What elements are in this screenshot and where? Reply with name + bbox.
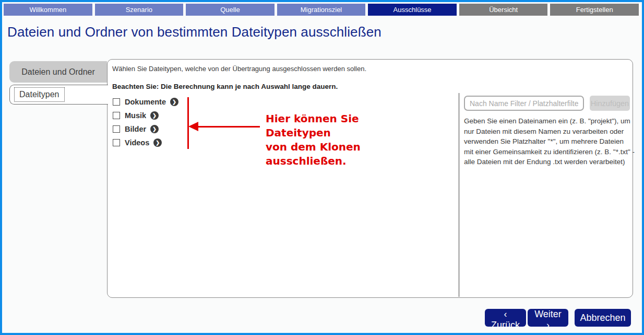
annotation-arrow-shaft [196,126,260,128]
file-type-label: Videos [125,138,149,147]
intro-text: Wählen Sie Dateitypen, welche von der Üb… [112,65,366,73]
vertical-divider [459,93,459,297]
wizard-tab-fertigstellen[interactable]: Fertigstellen [550,4,639,16]
expand-chevron-icon[interactable]: ❯ [153,138,162,147]
name-filter-input[interactable] [464,96,584,111]
wizard-window: WillkommenSzenarioQuelleMigrationszielAu… [0,0,644,335]
file-type-label: Dokumente [125,98,166,106]
sidetab-dateien-und-ordner[interactable]: Dateien und Ordner [9,61,107,83]
back-button[interactable]: ‹ Zurück [485,309,526,327]
sidetab-dateitypen[interactable]: Dateitypen [9,85,108,105]
file-type-row: Musik ❯ [113,109,178,122]
file-type-checkbox[interactable] [113,112,120,119]
content-panel: Wählen Sie Dateitypen, welche von der Üb… [107,59,633,298]
file-type-label: Bilder [125,125,146,133]
file-type-row: Dokumente ❯ [113,95,178,109]
wizard-tab-ausschlüsse[interactable]: Ausschlüsse [368,4,457,16]
file-type-label: Musik [125,111,146,120]
wizard-tab-willkommen[interactable]: Willkommen [4,4,92,16]
sidetab-label: Dateitypen [15,88,64,101]
notice-text: Beachten Sie: Die Berechnung kann je nac… [112,83,338,90]
expand-chevron-icon[interactable]: ❯ [150,125,159,133]
page-title: Dateien und Ordner von bestimmten Dateit… [7,24,381,40]
wizard-tab-quelle[interactable]: Quelle [186,4,275,16]
wizard-tab-migrationsziel[interactable]: Migrationsziel [277,4,366,16]
add-filter-button[interactable]: Hinzufügen [590,96,630,111]
filter-help-text: Geben Sie einen Dateinamen ein (z. B. "p… [464,116,635,167]
wizard-step-bar: WillkommenSzenarioQuelleMigrationszielAu… [4,4,639,16]
file-type-list: Dokumente ❯ Musik ❯ Bilder ❯ Videos ❯ [113,95,178,149]
file-type-row: Videos ❯ [113,136,178,149]
wizard-tab-übersicht[interactable]: Übersicht [459,4,548,16]
file-type-row: Bilder ❯ [113,122,178,136]
expand-chevron-icon[interactable]: ❯ [170,98,178,106]
annotation-arrow-head-icon [188,122,198,131]
file-type-checkbox[interactable] [113,125,120,133]
file-type-checkbox[interactable] [113,98,120,106]
wizard-tab-szenario[interactable]: Szenario [95,4,184,16]
expand-chevron-icon[interactable]: ❯ [150,111,159,120]
sidetab-label: Dateien und Ordner [21,67,95,77]
next-button[interactable]: Weiter › [528,309,568,327]
annotation-text: Hier können Sie Dateitypen von dem Klone… [266,112,427,168]
cancel-button[interactable]: Abbrechen [575,309,631,327]
file-type-checkbox[interactable] [113,139,120,146]
